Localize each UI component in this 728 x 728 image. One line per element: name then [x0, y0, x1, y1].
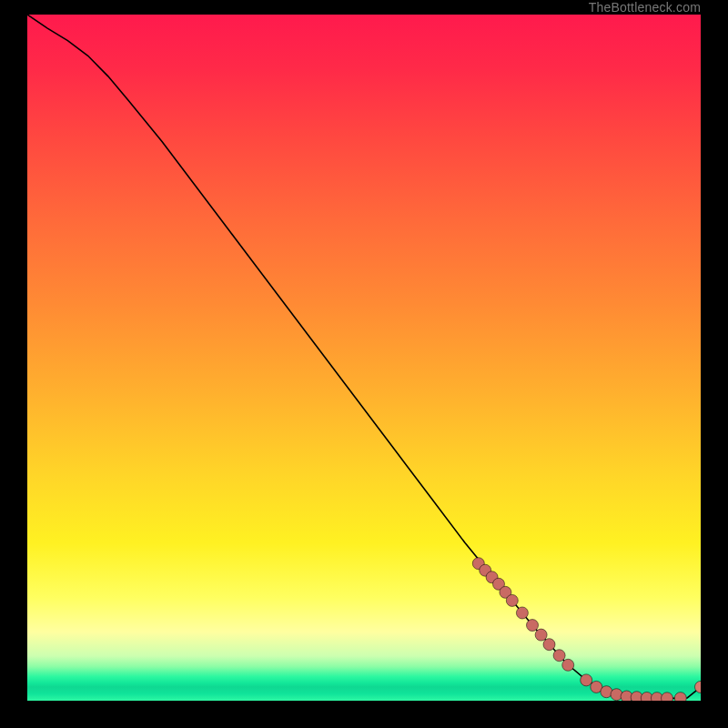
chart-container: TheBottleneck.com — [0, 0, 728, 728]
chart-svg — [27, 15, 701, 701]
curve-marker — [553, 650, 565, 662]
attribution-label: TheBottleneck.com — [589, 0, 701, 15]
curve-marker — [562, 659, 574, 671]
curve-marker — [611, 689, 622, 701]
curve-marker — [527, 620, 539, 632]
curve-line — [27, 15, 701, 698]
curve-markers — [472, 558, 701, 701]
curve-marker — [543, 639, 555, 651]
curve-marker — [662, 693, 673, 701]
curve-marker — [674, 693, 686, 701]
curve-marker — [535, 629, 547, 641]
curve-marker — [581, 674, 592, 686]
curve-marker — [516, 607, 528, 619]
plot-area — [27, 15, 701, 701]
curve-marker — [506, 594, 518, 606]
curve-marker — [621, 691, 632, 701]
